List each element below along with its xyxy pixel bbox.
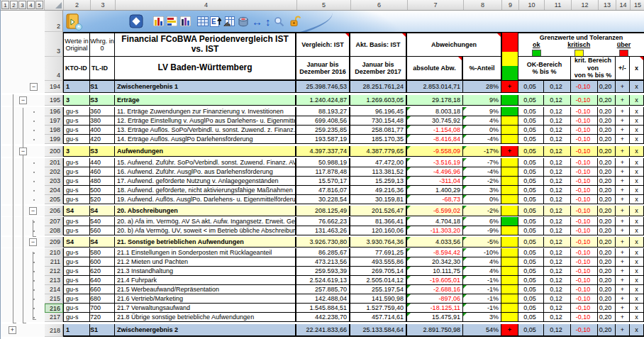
- cell-pct[interactable]: -17%: [463, 146, 501, 157]
- cell-desc[interactable]: 21. Sonstige betrieblichen Aufwendungen: [115, 237, 296, 248]
- cell-pm[interactable]: +: [616, 285, 630, 294]
- cell-kto[interactable]: gu-s: [63, 158, 90, 167]
- row-header-217[interactable]: 217: [45, 313, 63, 322]
- cell-v2016[interactable]: 259.235,85: [296, 126, 350, 135]
- cell-kto[interactable]: 1: [63, 81, 90, 93]
- traffic-light-cell[interactable]: [501, 158, 518, 167]
- cell-v2017[interactable]: 30.159,81: [350, 195, 407, 204]
- cell-krit_from[interactable]: -0,10: [571, 135, 598, 144]
- cell-v2016[interactable]: 1.545.884,51: [296, 304, 350, 313]
- cell-ok_from[interactable]: 0,05: [518, 81, 544, 93]
- absolute-abw-header[interactable]: absolute Abw.: [407, 57, 463, 81]
- cell-krit_to[interactable]: 0,20: [598, 304, 616, 313]
- cell-v2017[interactable]: 96.196,45: [350, 107, 407, 116]
- outline-level-button-1[interactable]: 1: [1, 1, 9, 9]
- cell-v2017[interactable]: 28.251.761,24: [350, 81, 407, 93]
- cell-krit_to[interactable]: 0,20: [598, 324, 616, 337]
- traffic-light-cell[interactable]: [501, 195, 518, 204]
- whrg-header[interactable]: Whrg. in 0: [90, 32, 115, 57]
- cell-krit_from[interactable]: -0,10: [571, 276, 598, 285]
- cell-ok_from[interactable]: 0,05: [518, 95, 544, 106]
- cell-x[interactable]: x: [630, 324, 644, 337]
- cell-krit_from[interactable]: -0,10: [571, 177, 598, 186]
- cell-krit_to[interactable]: 0,20: [598, 206, 616, 216]
- traffic-light-cell[interactable]: [501, 313, 518, 322]
- cell-tl[interactable]: S1: [90, 81, 115, 93]
- cell-pm[interactable]: +: [616, 135, 630, 144]
- cell-abw[interactable]: 10.111,75: [407, 267, 463, 276]
- cell-pct[interactable]: 0%: [463, 126, 501, 135]
- cell-ok_to[interactable]: 0,12: [544, 116, 571, 126]
- cell-x[interactable]: x: [630, 294, 644, 304]
- period-2017-header[interactable]: Januar bis Dezember 2017: [350, 57, 407, 81]
- row-header-208[interactable]: 208: [45, 226, 63, 235]
- traffic-light-cell[interactable]: [501, 217, 518, 226]
- cell-pm[interactable]: +: [616, 276, 630, 285]
- traffic-light-cell[interactable]: [501, 186, 518, 195]
- column-header-7[interactable]: 7: [407, 0, 463, 10]
- format-e-up-icon[interactable]: E: [210, 16, 221, 27]
- plus-minus-header[interactable]: +/-: [616, 57, 630, 81]
- column-header-6[interactable]: 6: [350, 0, 407, 10]
- chart-columns-icon[interactable]: [153, 16, 164, 26]
- cell-desc[interactable]: 21.3 Instandhaltung: [115, 267, 296, 276]
- column-header-2[interactable]: 2: [63, 0, 90, 10]
- cell-tl[interactable]: 680: [90, 294, 115, 304]
- cell-kto[interactable]: 1: [63, 324, 90, 337]
- cell-krit_from[interactable]: -0,10: [571, 116, 598, 126]
- row-header-194[interactable]: 194: [45, 81, 63, 93]
- cell-v2016[interactable]: 30.228,54: [296, 195, 350, 204]
- traffic-light-cell[interactable]: [501, 177, 518, 186]
- cell-krit_to[interactable]: 0,20: [598, 116, 616, 126]
- row-header-201[interactable]: 201: [45, 158, 63, 167]
- cell-tl[interactable]: 540: [90, 217, 115, 226]
- cell-pm[interactable]: +: [616, 146, 630, 157]
- outline-collapse-button[interactable]: −: [19, 96, 27, 104]
- cell-ok_to[interactable]: 0,12: [544, 285, 571, 294]
- row-header-2[interactable]: 2: [45, 11, 63, 32]
- row-header-214[interactable]: 214: [45, 285, 63, 294]
- outline-collapse-button[interactable]: −: [19, 148, 27, 155]
- cell-abw[interactable]: -9.558,09: [407, 146, 463, 157]
- cell-v2017[interactable]: 457.714,61: [350, 313, 407, 322]
- select-all-corner[interactable]: [44, 0, 63, 10]
- cell-kto[interactable]: S4: [63, 237, 90, 248]
- cell-x[interactable]: x: [630, 217, 644, 226]
- cell-v2017[interactable]: 258.081,77: [350, 126, 407, 135]
- cell-desc[interactable]: Aufwendungen: [115, 146, 296, 157]
- cell-tl[interactable]: 560: [90, 226, 115, 235]
- cell-kto[interactable]: gu-s: [63, 167, 90, 177]
- cell-ok_from[interactable]: 0,05: [518, 324, 544, 337]
- row-header-213[interactable]: 213: [45, 276, 63, 285]
- traffic-light-cell[interactable]: [501, 248, 518, 257]
- traffic-light-cell[interactable]: [501, 257, 518, 267]
- cell-ok_to[interactable]: 0,12: [544, 167, 571, 177]
- cell-x[interactable]: x: [630, 167, 644, 177]
- cell-tl[interactable]: 700: [90, 304, 115, 313]
- cell-v2017[interactable]: 493.555,86: [350, 257, 407, 267]
- cell-abw[interactable]: -6.599,02: [407, 206, 463, 216]
- cell-abw[interactable]: 1.400,29: [407, 186, 463, 195]
- cell-x[interactable]: x: [630, 81, 644, 93]
- cell-pm[interactable]: +: [616, 248, 630, 257]
- cell-desc[interactable]: 21.2 Mieten und Pachten: [115, 257, 296, 267]
- cell-x[interactable]: x: [630, 195, 644, 204]
- cell-v2017[interactable]: 141.590,98: [350, 294, 407, 304]
- outline-collapse-button[interactable]: −: [30, 83, 38, 91]
- cell-abw[interactable]: 4.033,56: [407, 237, 463, 248]
- cell-ok_to[interactable]: 0,12: [544, 135, 571, 144]
- cell-abw[interactable]: -8.594,42: [407, 248, 463, 257]
- cell-krit_from[interactable]: -0,10: [571, 226, 598, 235]
- cell-krit_from[interactable]: -0,10: [571, 313, 598, 322]
- cell-x[interactable]: x: [630, 146, 644, 157]
- cell-abw[interactable]: -4.496,96: [407, 167, 463, 177]
- abweichungen-header[interactable]: Abweichungen: [407, 32, 501, 57]
- cell-x[interactable]: x: [630, 257, 644, 267]
- cell-ok_from[interactable]: 0,05: [518, 146, 544, 157]
- cell-abw[interactable]: 4.704,18: [407, 217, 463, 226]
- cell-v2017[interactable]: 47.472,00: [350, 158, 407, 167]
- cell-abw[interactable]: 2.853.014,71: [407, 81, 463, 93]
- cell-pct[interactable]: -4%: [463, 135, 501, 144]
- cell-kto[interactable]: gu-s: [63, 294, 90, 304]
- cell-ok_from[interactable]: 0,05: [518, 217, 544, 226]
